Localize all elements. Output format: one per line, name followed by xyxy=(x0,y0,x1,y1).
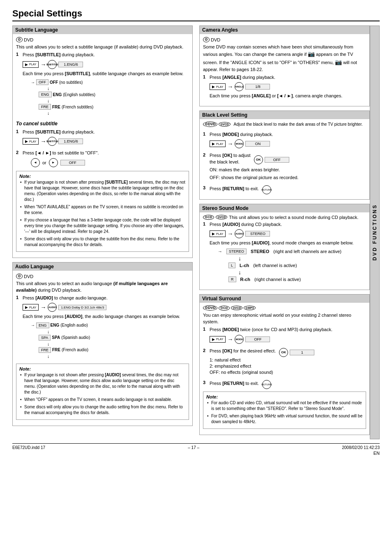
vs-step3-content: Press [RETURN] to exit. RETURN xyxy=(210,380,366,389)
down-arrow-1: ↓ xyxy=(47,86,189,91)
vs-dvd-badge: ⊙DVD xyxy=(203,305,217,311)
audio-play-diagram: ▶ PLAY → AUDIO 1.ENG Dolby D 3/2.1ch 48k… xyxy=(23,303,189,312)
subtitle-arrow-eng: ENG ENG (English subtitles) xyxy=(31,92,189,97)
right-column: Camera Angles ⊙ DVD Some DVD may contain… xyxy=(199,25,380,439)
cancel-play-diagram: ▶ PLAY → SUBTITLE 1.ENG/6 xyxy=(23,137,189,146)
audio-note-3: Some discs will only allow you to change… xyxy=(24,404,186,416)
off-display: OFF xyxy=(36,79,48,85)
audio-arrow-fre: FRE FRE (French audio) xyxy=(31,347,189,353)
stereo-vcd-badge: ⊙VCD xyxy=(216,215,228,219)
audio-display1: 1.ENG Dolby D 3/2.1ch 48k/3 xyxy=(58,305,106,310)
subtitle-language-section: Subtitle Language ⊙ DVD This unit allows… xyxy=(12,25,193,258)
left-column: Subtitle Language ⊙ DVD This unit allows… xyxy=(12,25,193,439)
black-step3-text: Press [RETURN] to exit. xyxy=(210,186,259,192)
subtitle-note-1: If your language is not shown after pres… xyxy=(24,180,186,203)
lch-display: L xyxy=(228,263,235,268)
camera-step1-content: Press [ANGLE] during playback. ▶ PLAY → … xyxy=(210,74,366,101)
audio-dvd-icon: ⊙ xyxy=(16,274,23,279)
audio-note-2: When "OFF" appears on the TV screen, it … xyxy=(24,397,186,403)
cancel-or-row: ◄ or ► OFF xyxy=(31,158,189,167)
camera-angles-section: Camera Angles ⊙ DVD Some DVD may contain… xyxy=(199,25,370,106)
fre-desc: (French subtitles) xyxy=(62,105,93,109)
black-level-section: Black Level Setting ⊙DVD ⊙VCD Adjust the… xyxy=(199,111,370,200)
black-step3: 3 Press [RETURN] to exit. RETURN xyxy=(203,185,366,194)
black-step1: 1 Press [MODE] during playback. ▶ PLAY → xyxy=(203,131,366,150)
audio-eng-desc: (English audio) xyxy=(60,323,88,327)
cancel-step2-text: Press [◄ / ►] to set subtitle to "OFF". xyxy=(23,150,189,156)
step-num-1: 1 xyxy=(16,52,21,57)
camera-dvd-icon: ⊙ xyxy=(203,37,210,42)
stereo-audio-label: AUDIO xyxy=(235,233,243,235)
return-label-vs: RETURN xyxy=(261,383,272,386)
black-play-box: ▶ PLAY xyxy=(210,140,226,147)
stereo-label: STEREO xyxy=(251,249,269,254)
cancel-step2-content: Press [◄ / ►] to set subtitle to "OFF". … xyxy=(23,150,189,168)
rch-label: R-ch xyxy=(240,277,250,282)
subtitle-badge-label: DVD xyxy=(24,37,33,42)
off-desc: (no subtitles) xyxy=(59,80,83,85)
return-label-black: RETURN xyxy=(261,189,272,191)
black-step2: 2 Press [OK] to adjustthe black level. O… xyxy=(203,152,366,183)
vs-step2-content: Press [OK] for the desired effect. OK 1 … xyxy=(210,348,366,378)
subtitle-display1: 1.ENG/6 xyxy=(58,62,83,67)
audio-step1-content: Press [AUDIO] to change audio language. … xyxy=(23,295,189,361)
virtual-surround-header: Virtual Surround xyxy=(200,295,369,303)
audio-spa-display: SPA xyxy=(39,335,51,341)
lch-row: L L-ch (left channel is active) xyxy=(218,263,366,268)
audio-note-title: Note: xyxy=(19,366,31,371)
angle-label: ANGLE xyxy=(235,85,244,88)
rch-display: R xyxy=(228,276,236,282)
stereo-step1: 1 Press [AUDIO] during CD playback. ▶ PL… xyxy=(203,221,366,285)
subtitle-options: → OFF OFF (no subtitles) ↓ ENG ENG (Engl… xyxy=(31,79,189,115)
stereo-sound-header: Stereo Sound Mode xyxy=(200,204,369,212)
stereo-step1-note: Each time you press [AUDIO], sound mode … xyxy=(210,240,366,246)
camera-display1: 1/8 xyxy=(245,84,270,90)
vs-ok-btn: OK xyxy=(279,348,288,357)
subtitle-intro: This unit allows you to select a subtitl… xyxy=(16,44,189,50)
vs-step3-text: Press [RETURN] to exit. xyxy=(210,380,259,387)
mode-label: MODE xyxy=(235,143,243,145)
stereo-display: STEREO xyxy=(226,249,247,254)
vs-badges: ⊙DVD ⊙CD ⊙VCD ⊙MP3 xyxy=(203,305,366,311)
camera-step1-text: Press [ANGLE] during playback. xyxy=(210,74,366,81)
audio-play-label: PLAY xyxy=(29,306,36,309)
subtitle-step1-note: Each time you press [SUBTITLE], subtitle… xyxy=(23,71,189,77)
virtual-surround-section: Virtual Surround ⊙DVD ⊙CD ⊙VCD ⊙MP3 You … xyxy=(199,294,370,435)
return-btn-black: RETURN xyxy=(262,185,271,194)
vs-step-num-1: 1 xyxy=(203,327,208,332)
vs-play-label: PLAY xyxy=(216,338,223,341)
cancel-play-label: PLAY xyxy=(29,140,36,143)
audio-step1-note: Each time you press [AUDIO], the audio l… xyxy=(23,313,189,320)
subtitle-play-diagram: ▶ PLAY → SUBTITLE 1.ENG/6 xyxy=(23,60,189,69)
vs-mode-label: MODE xyxy=(235,338,243,341)
audio-spa-desc: (Spanish audio) xyxy=(61,335,90,340)
down-arrow-2: ↓ xyxy=(47,98,189,103)
stereo-row: → STEREO STEREO (right and left channels… xyxy=(218,249,366,254)
ok-label: OK xyxy=(256,158,261,161)
footer-left: E6E72UD.indd 17 xyxy=(12,445,45,450)
play-box: ▶ PLAY xyxy=(23,61,39,68)
audio-arrow-spa: SPA SPA (Spanish audio) xyxy=(31,335,189,341)
sidebar-text: DVD FUNCTIONS xyxy=(372,204,378,261)
vs-play-diagram: ▶ PLAY → MODE OFF xyxy=(210,335,366,344)
cancel-off-display: OFF xyxy=(60,160,85,166)
black-step-num-3: 3 xyxy=(203,185,208,190)
stereo-audio-btn: AUDIO xyxy=(235,229,244,238)
black-play-diagram: ▶ PLAY → MODE ON xyxy=(210,139,366,148)
play-label: PLAY xyxy=(29,63,36,66)
vs-note-box: Note: For audio CD and video CD, virtual… xyxy=(203,391,366,429)
camera-play-box: ▶ PLAY xyxy=(210,83,226,90)
camera-step1: 1 Press [ANGLE] during playback. ▶ PLAY … xyxy=(203,74,366,101)
right-arrow-off: → xyxy=(31,80,35,85)
audio-step1: 1 Press [AUDIO] to change audio language… xyxy=(16,295,189,361)
black-step-num-1: 1 xyxy=(203,131,208,136)
cancel-step1-content: Press [SUBTITLE] during playback. ▶ PLAY… xyxy=(23,129,189,147)
audio-note-1: If your language is not shown after pres… xyxy=(24,372,186,395)
stereo-badges: ⊙CD ⊙VCD This unit allows you to select … xyxy=(203,215,366,220)
camera-angles-header: Camera Angles xyxy=(200,26,369,34)
vs-step1-text: Press [MODE] twice (once for CD and MP3)… xyxy=(210,327,366,333)
lch-desc: (left channel is active) xyxy=(253,263,297,268)
stereo-step1-text: Press [AUDIO] during CD playback. xyxy=(210,221,366,228)
rch-row: R R-ch (right channel is active) xyxy=(218,276,366,282)
cancel-subtitle-btn: SUBTITLE xyxy=(48,137,57,146)
